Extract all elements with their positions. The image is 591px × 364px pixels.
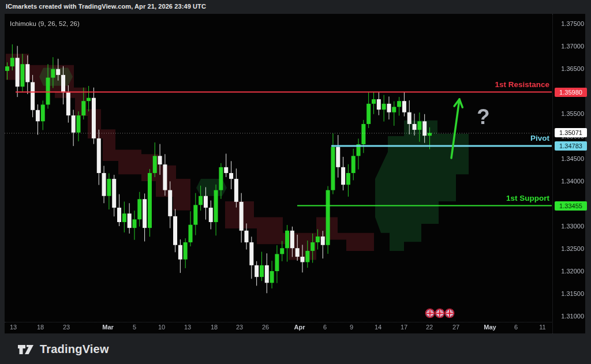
question-mark-annotation: ?	[477, 105, 490, 129]
price-axis-tick[interactable]: 1.31500	[554, 290, 584, 297]
time-axis-label[interactable]: 26	[254, 324, 277, 331]
time-axis-label[interactable]: 10	[150, 324, 173, 331]
price-axis-tick[interactable]: 1.32500	[554, 245, 584, 252]
level-price-tag: 1.35980	[555, 88, 587, 97]
event-flags-group	[425, 308, 454, 318]
chart-title: ICmarkets created with TradingView.com, …	[6, 3, 206, 10]
tradingview-chart-screenshot: ICmarkets created with TradingView.com, …	[0, 0, 591, 364]
chart-overlay: 1.375001.370001.365001.355001.350001.345…	[5, 14, 585, 333]
last-price-tag: 1.35071	[555, 128, 587, 137]
time-axis-label[interactable]: 27	[444, 324, 467, 331]
time-axis-label[interactable]: 13	[2, 324, 25, 331]
time-axis-label[interactable]: 17	[392, 324, 416, 331]
price-axis-tick[interactable]: 1.37500	[554, 20, 584, 27]
time-axis-label[interactable]: 11	[531, 324, 554, 331]
price-axis-tick[interactable]: 1.37000	[554, 43, 584, 50]
indicator-legend: Ichimoku (9, 26, 52, 26)	[10, 20, 80, 27]
time-axis-label[interactable]: 9	[340, 324, 363, 331]
level-price-tag: 1.33455	[555, 201, 587, 211]
price-axis-tick[interactable]: 1.35500	[554, 110, 584, 117]
uk-flag-icon[interactable]	[425, 308, 435, 318]
title-bar: ICmarkets created with TradingView.com, …	[0, 0, 591, 14]
level-label: Pivot	[530, 134, 549, 142]
time-axis-label[interactable]: 14	[366, 324, 390, 331]
level-label: 1st Support	[506, 194, 549, 202]
time-axis-label[interactable]: 6	[313, 324, 336, 331]
chart-panel: Ichimoku (9, 26, 52, 26) 1.375001.370001…	[5, 14, 585, 333]
price-axis-tick[interactable]: 1.31000	[554, 313, 584, 320]
time-axis-label[interactable]: 23	[55, 324, 78, 331]
tradingview-logo-icon	[17, 343, 35, 357]
time-axis-label[interactable]: Apr	[288, 324, 311, 331]
time-axis-label[interactable]: 18	[29, 324, 52, 331]
time-axis-label[interactable]: 18	[203, 324, 226, 331]
time-axis-label[interactable]: May	[478, 324, 502, 331]
price-axis-tick[interactable]: 1.36500	[554, 65, 584, 72]
price-axis-tick[interactable]: 1.32000	[554, 268, 584, 275]
time-axis-label[interactable]: 6	[504, 324, 528, 331]
level-price-tag: 1.34783	[555, 141, 587, 151]
tradingview-wordmark: TradingView	[40, 343, 109, 356]
time-axis-label[interactable]: 5	[123, 324, 146, 331]
time-axis-label[interactable]: 13	[176, 324, 199, 331]
uk-flag-icon[interactable]	[435, 308, 445, 318]
tradingview-logo[interactable]	[17, 343, 35, 357]
time-axis-label[interactable]: 22	[418, 324, 441, 331]
price-axis-tick[interactable]: 1.33000	[554, 223, 584, 230]
uk-flag-icon[interactable]	[444, 308, 455, 318]
level-label: 1st Resistance	[495, 80, 549, 89]
footer-bar: TradingView	[0, 335, 591, 364]
time-axis-label[interactable]: 23	[228, 324, 251, 331]
price-axis-tick[interactable]: 1.34000	[554, 178, 584, 185]
price-axis-tick[interactable]: 1.34500	[554, 155, 584, 162]
time-axis-label[interactable]: Mar	[96, 324, 119, 331]
